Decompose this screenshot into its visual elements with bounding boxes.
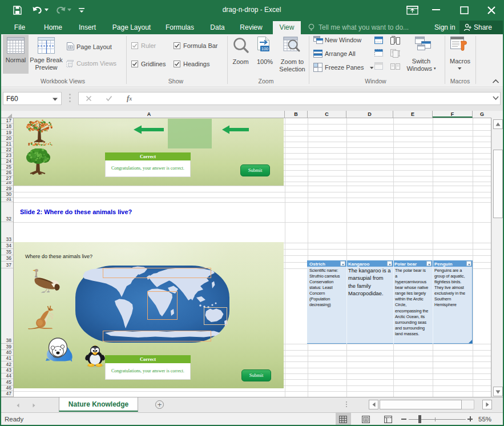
svg-text:100: 100 [261, 46, 269, 51]
